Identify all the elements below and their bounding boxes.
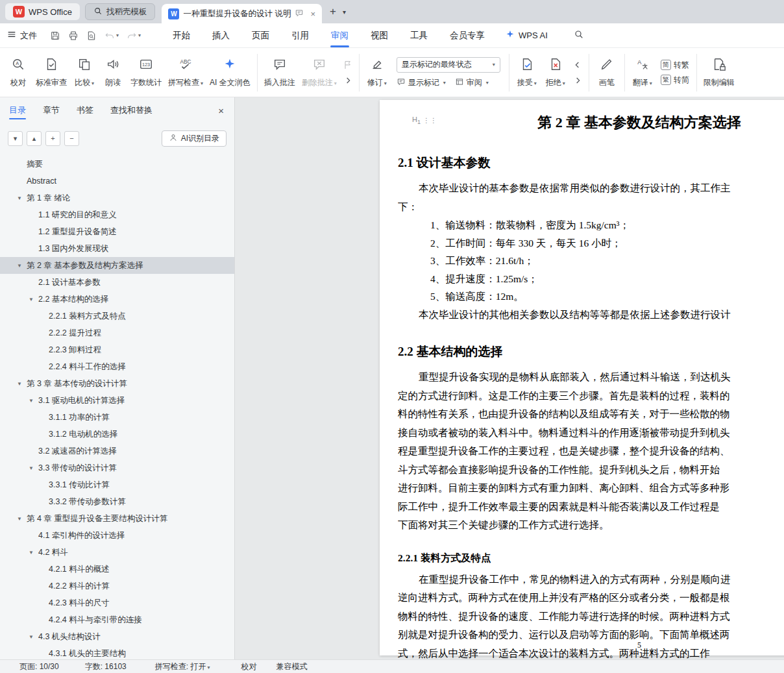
toc-expand-arrow-icon[interactable]: ▼ [17, 263, 27, 269]
tab-list-chevron-icon[interactable]: ▾ [343, 8, 346, 16]
toc-item[interactable]: 2.2.3 卸料过程 [0, 341, 234, 358]
menu-tab-引用[interactable]: 引用 [280, 23, 320, 47]
ai-polish-button[interactable]: AI 全文润色 [206, 51, 254, 94]
toc-item[interactable]: 4.2.1 料斗的概述 [0, 561, 234, 578]
read-aloud-button[interactable]: 朗读 [99, 51, 127, 94]
toc-expand-arrow-icon[interactable]: ▼ [29, 297, 38, 302]
menu-tab-会员专享[interactable]: 会员专享 [439, 23, 496, 47]
document-tab[interactable]: W 一种重型提升设备的设计 说明 × [162, 4, 322, 23]
toc-item[interactable]: 1.3 国内外发展现状 [0, 240, 234, 257]
toc-item[interactable]: ▼2.2 基本结构的选择 [0, 291, 234, 308]
print-button[interactable] [68, 31, 79, 41]
sidebar-tab-查找和替换[interactable]: 查找和替换 [110, 97, 153, 123]
toc-expand-arrow-icon[interactable]: ▼ [17, 195, 27, 201]
toc-item[interactable]: 4.1 牵引构件的设计选择 [0, 527, 234, 544]
toc-item[interactable]: 4.2.3 料斗的尺寸 [0, 594, 234, 611]
simplified-to-traditional-button[interactable]: 简 转繁 [661, 60, 689, 71]
heading-handle[interactable]: H1 ⋮⋮ [412, 116, 437, 125]
print-preview-button[interactable] [86, 31, 97, 41]
menu-tab-开始[interactable]: 开始 [162, 23, 201, 47]
toc-item[interactable]: ▼4.2 料斗 [0, 544, 234, 561]
toc-item[interactable]: 3.1.1 功率的计算 [0, 409, 234, 426]
menu-tab-页面[interactable]: 页面 [241, 23, 280, 47]
toc-expand-button[interactable]: ▴ [27, 131, 42, 146]
toc-item[interactable]: ▼3.3 带传动的设计计算 [0, 459, 234, 476]
toc-item[interactable]: 摘要 [0, 156, 234, 173]
close-doc-tab-icon[interactable]: × [310, 9, 315, 19]
toc-item[interactable]: 3.3.1 传动比计算 [0, 476, 234, 493]
toc-expand-arrow-icon[interactable]: ▼ [29, 634, 38, 640]
review-pane-button[interactable]: 审阅▾ [455, 77, 489, 88]
file-menu-button[interactable]: 文件 [6, 29, 37, 42]
markup-state-dropdown[interactable]: 显示标记的最终状态 ▾ [397, 57, 500, 73]
accept-button[interactable]: 接受▾ [513, 51, 541, 94]
toc-item[interactable]: 4.3.1 机头的主要结构 [0, 645, 234, 659]
toc-expand-arrow-icon[interactable]: ▼ [17, 516, 27, 522]
compare-button[interactable]: 比较▾ [70, 51, 99, 94]
toc-item[interactable]: 1.1 研究的目的和意义 [0, 206, 234, 223]
toc-item[interactable]: ▼第 3 章 基本传动的设计计算 [0, 375, 234, 392]
insert-comment-button[interactable]: 插入批注 [261, 51, 299, 94]
toc-expand-arrow-icon[interactable]: ▼ [29, 398, 38, 404]
toc-item[interactable]: 2.2.4 料斗工作的选择 [0, 358, 234, 375]
ai-recognize-toc-button[interactable]: AI识别目录 [162, 130, 227, 147]
undo-button[interactable]: ▾ [104, 31, 119, 41]
redo-button[interactable]: ▾ [127, 31, 141, 41]
toc-item[interactable]: 3.3.2 带传动参数计算 [0, 493, 234, 510]
wps-ai-button[interactable]: WPS AI [505, 29, 548, 42]
translate-button[interactable]: 翻译▾ [628, 51, 657, 94]
document-page[interactable]: H1 ⋮⋮ 第 2 章 基本参数及结构方案选择 2.1 设计基本参数本次毕业设计… [380, 100, 784, 655]
standard-review-button[interactable]: 标准审查 [32, 51, 70, 94]
next-revision-icon[interactable] [572, 75, 583, 86]
status-spell-check[interactable]: 拼写检查: 打开▾ [155, 661, 210, 672]
spell-check-button[interactable]: 拼写检查▾ [165, 51, 206, 94]
sidebar-tab-章节[interactable]: 章节 [43, 97, 60, 123]
save-button[interactable] [50, 31, 60, 41]
toc-item[interactable]: 1.2 重型提升设备简述 [0, 223, 234, 240]
sidebar-tab-书签[interactable]: 书签 [77, 97, 93, 123]
proofread-button[interactable]: 校对 [4, 51, 32, 94]
toc-item[interactable]: 4.2.4 料斗与牵引带的连接 [0, 611, 234, 628]
brush-button[interactable]: 画笔 [593, 51, 621, 94]
new-tab-icon[interactable]: + [330, 5, 336, 18]
reject-button[interactable]: 拒绝▾ [541, 51, 570, 94]
restrict-edit-button[interactable]: 限制编辑 [700, 51, 738, 94]
word-count-button[interactable]: 字数统计 [127, 51, 165, 94]
toc-item[interactable]: ▼第 1 章 绪论 [0, 190, 234, 206]
status-page-indicator[interactable]: 页面: 10/30 [19, 661, 59, 672]
toc-item[interactable]: 2.2.1 装料方式及特点 [0, 308, 234, 324]
wps-home-tab[interactable]: W WPS Office [5, 3, 80, 20]
toc-expand-arrow-icon[interactable]: ▼ [29, 550, 38, 556]
next-comment-icon[interactable] [343, 75, 353, 86]
template-tab[interactable]: 找稻壳模板 [85, 3, 156, 20]
traditional-to-simplified-button[interactable]: 繁 转简 [661, 75, 689, 86]
close-sidebar-icon[interactable]: × [218, 105, 224, 116]
toc-item[interactable]: ▼3.1 驱动电机的计算选择 [0, 392, 234, 409]
toc-item[interactable]: 2.2.2 提升过程 [0, 324, 234, 341]
toc-expand-arrow-icon[interactable]: ▼ [29, 465, 38, 471]
toc-item[interactable]: 3.2 减速器的计算选择 [0, 443, 234, 459]
menu-tab-审阅[interactable]: 审阅 [320, 23, 360, 47]
delete-comment-button[interactable]: 删除批注▾ [299, 51, 340, 94]
toc-zoom-out-button[interactable]: − [64, 131, 79, 146]
toc-collapse-button[interactable]: ▾ [8, 131, 23, 146]
menu-tab-视图[interactable]: 视图 [360, 23, 399, 47]
show-markup-button[interactable]: 显示标记▾ [397, 77, 446, 88]
previous-revision-icon[interactable] [572, 60, 583, 70]
toc-item[interactable]: 3.1.2 电动机的选择 [0, 426, 234, 443]
status-proofread[interactable]: 校对 [241, 661, 256, 672]
status-word-count[interactable]: 字数: 16103 [85, 661, 127, 672]
toc-item[interactable]: ▼第 4 章 重型提升设备主要结构设计计算 [0, 510, 234, 527]
search-icon[interactable] [574, 29, 584, 42]
toc-item[interactable]: 4.2.2 料斗的计算 [0, 578, 234, 594]
toc-item[interactable]: Abstract [0, 173, 234, 190]
sidebar-tab-目录[interactable]: 目录 [9, 97, 26, 123]
menu-tab-工具[interactable]: 工具 [399, 23, 439, 47]
toc-zoom-in-button[interactable]: + [45, 131, 60, 146]
toc-item[interactable]: ▼4.3 机头结构设计 [0, 628, 234, 645]
toc-item[interactable]: 2.1 设计基本参数 [0, 274, 234, 291]
previous-comment-icon[interactable] [343, 60, 353, 70]
toc-expand-arrow-icon[interactable]: ▼ [17, 381, 27, 387]
toc-item[interactable]: ▼第 2 章 基本参数及结构方案选择 [0, 257, 234, 274]
menu-tab-插入[interactable]: 插入 [201, 23, 241, 47]
